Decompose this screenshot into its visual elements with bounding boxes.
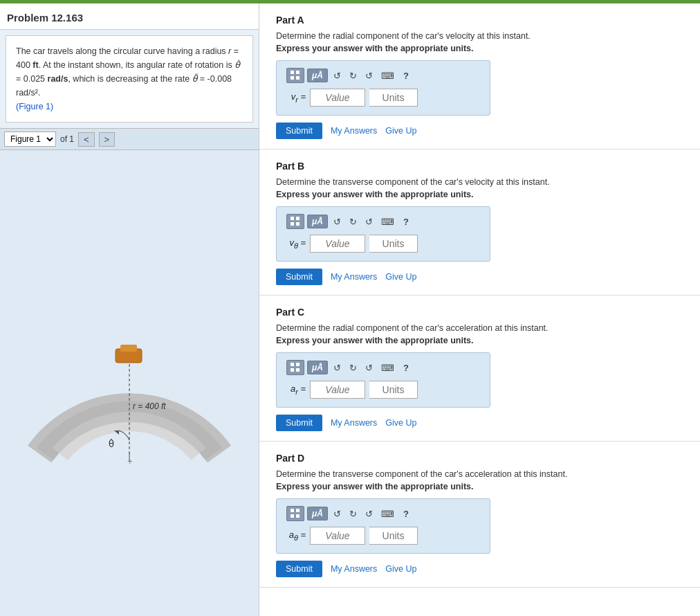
part-c-give-up-link[interactable]: Give Up [385, 418, 416, 428]
part-a-refresh-icon[interactable]: ↺ [362, 69, 376, 82]
part-c-actions: Submit My Answers Give Up [276, 415, 683, 431]
part-c-label: Part C [276, 307, 683, 318]
part-b-instruction: Express your answer with the appropriate… [276, 190, 683, 199]
part-b-help-icon[interactable]: ? [400, 215, 412, 228]
part-b-submit-button[interactable]: Submit [276, 269, 322, 285]
part-d-undo-icon[interactable]: ↺ [331, 507, 344, 520]
part-a-section: Part A Determine the radial component of… [259, 3, 700, 150]
svg-text:θ̇: θ̇ [109, 439, 114, 449]
part-d-submit-button[interactable]: Submit [276, 561, 322, 577]
part-c-input-row: ar = [286, 381, 480, 399]
part-b-units-input[interactable] [369, 235, 418, 253]
problem-description: The car travels along the circular curve… [6, 35, 253, 123]
part-a-my-answers-link[interactable]: My Answers [331, 126, 377, 136]
part-d-section: Part D Determine the transverse componen… [259, 442, 700, 588]
figure-next-button[interactable]: > [99, 132, 116, 147]
part-b-mu-button[interactable]: μÅ [307, 215, 328, 228]
part-d-instruction: Express your answer with the appropriate… [276, 482, 683, 491]
part-b-var-label: vθ = [286, 237, 306, 250]
part-c-answer-box: μÅ ↺ ↻ ↺ ⌨ ? ar = [276, 352, 490, 408]
part-a-actions: Submit My Answers Give Up [276, 123, 683, 139]
part-a-value-input[interactable] [310, 89, 365, 107]
part-c-var-label: ar = [286, 383, 306, 396]
part-d-refresh-icon[interactable]: ↺ [362, 507, 376, 520]
part-a-answer-box: μÅ ↺ ↻ ↺ ⌨ ? vr = [276, 60, 490, 116]
part-a-submit-button[interactable]: Submit [276, 123, 322, 139]
part-d-mu-button[interactable]: μÅ [307, 507, 328, 520]
part-a-input-row: vr = [286, 89, 480, 107]
part-c-instruction: Express your answer with the appropriate… [276, 336, 683, 345]
part-b-label: Part B [276, 161, 683, 172]
part-a-help-icon[interactable]: ? [400, 69, 412, 82]
figure-canvas: r = 400 ft θ̇ + [0, 150, 259, 616]
svg-text:r = 400 ft: r = 400 ft [133, 401, 166, 411]
part-b-my-answers-link[interactable]: My Answers [331, 272, 377, 282]
part-a-grid-button[interactable] [286, 68, 304, 83]
part-a-undo-icon[interactable]: ↺ [331, 69, 344, 82]
part-a-var-label: vr = [286, 91, 306, 104]
part-b-value-input[interactable] [310, 235, 365, 253]
part-c-my-answers-link[interactable]: My Answers [331, 418, 377, 428]
part-b-give-up-link[interactable]: Give Up [385, 272, 416, 282]
svg-rect-2 [120, 345, 137, 352]
figure-toolbar: Figure 1 of 1 < > [0, 128, 259, 150]
problem-text-line1: The car travels along the circular curve… [16, 46, 240, 98]
part-c-mu-button[interactable]: μÅ [307, 361, 328, 374]
part-c-redo-icon[interactable]: ↻ [347, 361, 360, 374]
part-a-toolbar: μÅ ↺ ↻ ↺ ⌨ ? [286, 68, 480, 83]
part-b-actions: Submit My Answers Give Up [276, 269, 683, 285]
part-d-redo-icon[interactable]: ↻ [347, 507, 360, 520]
svg-text:+: + [127, 456, 133, 466]
part-b-toolbar: μÅ ↺ ↻ ↺ ⌨ ? [286, 214, 480, 229]
part-d-keyboard-icon[interactable]: ⌨ [378, 507, 397, 520]
part-a-description: Determine the radial component of the ca… [276, 31, 683, 41]
part-c-value-input[interactable] [310, 381, 365, 399]
part-d-answer-box: μÅ ↺ ↻ ↺ ⌨ ? aθ = [276, 498, 490, 554]
part-d-actions: Submit My Answers Give Up [276, 561, 683, 577]
part-b-grid-button[interactable] [286, 214, 304, 229]
part-c-units-input[interactable] [369, 381, 418, 399]
part-c-grid-button[interactable] [286, 360, 304, 375]
figure-select[interactable]: Figure 1 [4, 132, 56, 147]
part-d-input-row: aθ = [286, 527, 480, 545]
part-b-description: Determine the transverse component of th… [276, 177, 683, 187]
part-a-mu-button[interactable]: μÅ [307, 69, 328, 82]
part-a-give-up-link[interactable]: Give Up [385, 126, 416, 136]
figure-link[interactable]: (Figure 1) [16, 102, 53, 111]
part-d-give-up-link[interactable]: Give Up [385, 564, 416, 574]
part-c-section: Part C Determine the radial component of… [259, 296, 700, 442]
part-d-grid-button[interactable] [286, 506, 304, 521]
part-b-input-row: vθ = [286, 235, 480, 253]
part-d-help-icon[interactable]: ? [400, 507, 412, 520]
part-c-refresh-icon[interactable]: ↺ [362, 361, 376, 374]
part-a-keyboard-icon[interactable]: ⌨ [378, 69, 397, 82]
part-d-my-answers-link[interactable]: My Answers [331, 564, 377, 574]
part-c-help-icon[interactable]: ? [400, 361, 412, 374]
part-b-answer-box: μÅ ↺ ↻ ↺ ⌨ ? vθ = [276, 206, 490, 262]
part-d-toolbar: μÅ ↺ ↻ ↺ ⌨ ? [286, 506, 480, 521]
part-d-value-input[interactable] [310, 527, 365, 545]
part-b-undo-icon[interactable]: ↺ [331, 215, 344, 228]
part-c-submit-button[interactable]: Submit [276, 415, 322, 431]
figure-of-label: of 1 [60, 134, 74, 144]
part-b-keyboard-icon[interactable]: ⌨ [378, 215, 397, 228]
part-c-toolbar: μÅ ↺ ↻ ↺ ⌨ ? [286, 360, 480, 375]
part-d-label: Part D [276, 453, 683, 464]
part-d-units-input[interactable] [369, 527, 418, 545]
figure-prev-button[interactable]: < [78, 132, 95, 147]
part-d-description: Determine the transverse component of th… [276, 469, 683, 479]
part-a-redo-icon[interactable]: ↻ [347, 69, 360, 82]
part-b-section: Part B Determine the transverse componen… [259, 150, 700, 296]
part-a-label: Part A [276, 15, 683, 26]
part-b-refresh-icon[interactable]: ↺ [362, 215, 376, 228]
problem-title: Problem 12.163 [0, 3, 259, 30]
part-c-description: Determine the radial component of the ca… [276, 323, 683, 333]
part-d-var-label: aθ = [286, 529, 306, 542]
part-c-keyboard-icon[interactable]: ⌨ [378, 361, 397, 374]
part-a-units-input[interactable] [369, 89, 418, 107]
part-b-redo-icon[interactable]: ↻ [347, 215, 360, 228]
part-c-undo-icon[interactable]: ↺ [331, 361, 344, 374]
part-a-instruction: Express your answer with the appropriate… [276, 44, 683, 53]
